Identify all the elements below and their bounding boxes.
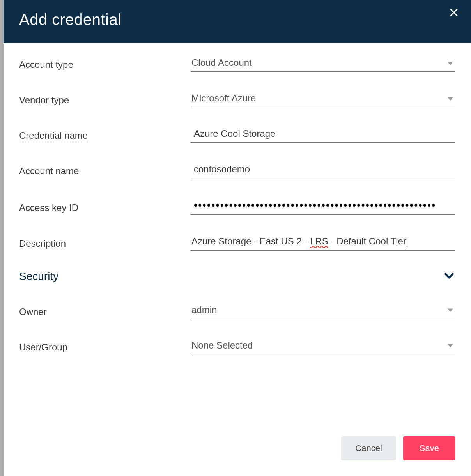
add-credential-modal: Add credential Account type Cloud Accoun… xyxy=(3,0,471,476)
row-access-key: Access key ID ••••••••••••••••••••••••••… xyxy=(19,197,455,215)
text-cursor xyxy=(407,237,407,247)
cancel-button[interactable]: Cancel xyxy=(341,436,396,460)
label-account-type: Account type xyxy=(19,59,191,72)
credential-name-input[interactable] xyxy=(191,126,455,143)
description-text-spell: LRS xyxy=(310,236,328,246)
label-user-group: User/Group xyxy=(19,342,191,354)
row-owner: Owner admin xyxy=(19,302,455,319)
row-vendor-type: Vendor type Microsoft Azure xyxy=(19,90,455,107)
vendor-type-select[interactable]: Microsoft Azure xyxy=(191,90,455,107)
vendor-type-value: Microsoft Azure xyxy=(191,90,455,107)
label-owner: Owner xyxy=(19,306,191,319)
account-name-input[interactable] xyxy=(191,161,455,178)
modal-footer: Cancel Save xyxy=(4,436,471,476)
label-description: Description xyxy=(19,238,191,251)
label-vendor-type: Vendor type xyxy=(19,95,191,107)
modal-title: Add credential xyxy=(19,11,122,28)
modal-header: Add credential xyxy=(4,0,471,43)
description-input[interactable]: Azure Storage - East US 2 - LRS - Defaul… xyxy=(191,234,455,251)
close-button[interactable] xyxy=(448,7,459,19)
owner-select[interactable]: admin xyxy=(191,302,455,319)
account-type-select[interactable]: Cloud Account xyxy=(191,55,455,72)
security-section-title: Security xyxy=(19,270,58,283)
label-credential-name: Credential name xyxy=(19,130,88,143)
close-icon xyxy=(448,12,459,19)
row-credential-name: Credential name xyxy=(19,126,455,143)
row-description: Description Azure Storage - East US 2 - … xyxy=(19,234,455,251)
owner-value: admin xyxy=(191,302,455,319)
description-text-suffix: - Default Cool Tier xyxy=(328,236,406,246)
row-account-type: Account type Cloud Account xyxy=(19,55,455,72)
save-button[interactable]: Save xyxy=(403,436,455,460)
account-type-value: Cloud Account xyxy=(191,55,455,72)
label-account-name: Account name xyxy=(19,166,191,178)
user-group-select[interactable]: None Selected xyxy=(191,338,455,354)
access-key-input[interactable]: ••••••••••••••••••••••••••••••••••••••••… xyxy=(191,197,455,215)
label-access-key: Access key ID xyxy=(19,202,191,215)
description-text-prefix: Azure Storage - East US 2 - xyxy=(191,236,310,246)
row-user-group: User/Group None Selected xyxy=(19,338,455,354)
security-section-toggle[interactable]: Security xyxy=(19,269,455,283)
modal-content: Account type Cloud Account Vendor type M… xyxy=(4,43,471,436)
user-group-value: None Selected xyxy=(191,338,455,354)
row-account-name: Account name xyxy=(19,161,455,178)
chevron-down-icon xyxy=(443,269,455,283)
